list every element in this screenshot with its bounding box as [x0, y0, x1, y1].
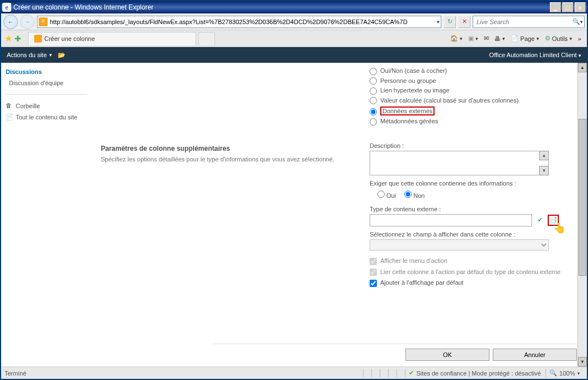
- nav-corbeille-label: Corbeille: [16, 103, 40, 109]
- home-button[interactable]: 🏠▾: [448, 34, 465, 43]
- status-bar: Terminé ✔ Sites de confiance | Mode prot…: [1, 367, 587, 379]
- url-input[interactable]: [48, 18, 437, 25]
- page-menu[interactable]: 📄Page▾: [508, 34, 542, 43]
- tools-menu[interactable]: ⚙Outils▾: [543, 34, 575, 43]
- tab-title: Créer une colonne: [44, 35, 95, 42]
- zoom-control[interactable]: 🔍 100% ▾: [545, 369, 584, 378]
- toolbar-overflow-icon[interactable]: »: [576, 35, 584, 42]
- stop-button[interactable]: ✕: [458, 16, 470, 28]
- feeds-button[interactable]: ▣▾: [466, 34, 480, 43]
- back-button[interactable]: ←: [3, 15, 18, 29]
- cancel-button[interactable]: Annuler: [493, 349, 577, 361]
- close-button[interactable]: ✕: [575, 2, 586, 12]
- nav-toolbar: ← → ⠿ ▾ ↻ ✕ 🔍 ▾: [1, 13, 587, 30]
- cursor-pointer-icon: 👆: [553, 222, 566, 234]
- column-type-radios: Oui/Non (case à cocher) Personne ou grou…: [370, 66, 577, 127]
- main-panel: Paramètres de colonne supplémentaires Sp…: [91, 63, 587, 367]
- type-oui-non[interactable]: Oui/Non (case à cocher): [370, 66, 577, 76]
- type-calculee[interactable]: Valeur calculée (calcul basé sur d'autre…: [370, 96, 577, 106]
- refresh-icon: ↻: [447, 18, 452, 25]
- button-row: OK Annuler: [213, 344, 577, 361]
- nav-discussions[interactable]: Discussions: [6, 68, 86, 75]
- print-button[interactable]: 🖶▾: [492, 34, 507, 43]
- nav-discussion-equipe[interactable]: Discussion d'équipe: [6, 77, 86, 89]
- search-icon[interactable]: 🔍: [572, 18, 580, 25]
- site-actions-label: Actions du site: [7, 52, 47, 58]
- new-tab-button[interactable]: [198, 32, 215, 45]
- vertical-scrollbar[interactable]: ▲ ▼: [577, 63, 587, 367]
- navigate-up-icon[interactable]: 📂: [58, 52, 66, 59]
- mail-icon: ✉: [484, 35, 489, 42]
- rss-icon: ▣: [468, 35, 474, 42]
- type-lien[interactable]: Lien hypertexte ou image: [370, 86, 577, 96]
- search-input[interactable]: [474, 18, 572, 25]
- status-text: Terminé: [4, 370, 26, 377]
- arrow-left-icon: ←: [8, 18, 14, 25]
- chevron-down-icon: ▾: [578, 53, 581, 58]
- chk-lier-action[interactable]: Lier cette colonne à l'action par défaut…: [370, 266, 577, 277]
- tools-label: Outils: [552, 35, 568, 42]
- page-icon: 📄: [511, 35, 519, 42]
- check-icon: ✔: [538, 216, 543, 224]
- address-bar[interactable]: ⠿ ▾: [37, 16, 441, 28]
- client-label: Office Automation Limited Client: [489, 52, 577, 58]
- browser-tab[interactable]: Créer une colonne: [28, 32, 196, 45]
- security-check-icon: ✔: [409, 369, 414, 377]
- require-oui[interactable]: Oui: [377, 192, 396, 199]
- titlebar: e Créer une colonne - Windows Internet E…: [1, 1, 587, 13]
- nav-corbeille[interactable]: 🗑 Corbeille: [6, 100, 86, 112]
- extra-settings-header: Paramètres de colonne supplémentaires: [101, 145, 358, 152]
- nav-all-content-label: Tout le contenu du site: [16, 114, 77, 121]
- scroll-up-icon[interactable]: ▲: [539, 151, 549, 160]
- type-personne[interactable]: Personne ou groupe: [370, 76, 577, 86]
- window-title: Créer une colonne - Windows Internet Exp…: [13, 3, 549, 11]
- ok-button[interactable]: OK: [405, 349, 489, 361]
- url-dropdown-icon[interactable]: ▾: [437, 19, 440, 25]
- page-content: Discussions Discussion d'équipe 🗑 Corbei…: [1, 63, 587, 367]
- check-ect-button[interactable]: ✔: [534, 215, 545, 226]
- ect-input[interactable]: [370, 214, 532, 226]
- chk-menu-action[interactable]: Afficher le menu d'action: [370, 255, 577, 266]
- forward-button[interactable]: →: [20, 15, 35, 29]
- favorites-star-icon[interactable]: ★: [4, 33, 12, 44]
- url-favicon-icon: ⠿: [39, 17, 48, 26]
- stop-icon: ✕: [462, 18, 467, 25]
- type-donnees-externes[interactable]: Données externes: [370, 105, 577, 117]
- chk-ajouter-affichage[interactable]: Ajouter à l'affichage par défaut: [370, 277, 577, 288]
- sharepoint-ribbon: Actions du site ▾ 📂 Office Automation Li…: [1, 47, 587, 63]
- tab-bar: ★ ✚ Créer une colonne 🏠▾ ▣▾ ✉ 🖶▾ 📄Page▾ …: [1, 30, 587, 47]
- scroll-down-icon[interactable]: ▼: [539, 166, 549, 175]
- maximize-button[interactable]: □: [562, 2, 573, 12]
- extra-settings-desc: Spécifiez les options détaillées pour le…: [101, 156, 358, 163]
- scrollbar-thumb[interactable]: [578, 119, 586, 276]
- tab-favicon-icon: [34, 35, 42, 43]
- security-zone-label: Sites de confiance | Mode protégé : désa…: [416, 370, 540, 377]
- left-nav: Discussions Discussion d'équipe 🗑 Corbei…: [1, 63, 91, 367]
- security-zone[interactable]: ✔ Sites de confiance | Mode protégé : dé…: [405, 369, 544, 378]
- add-favorites-icon[interactable]: ✚: [15, 34, 21, 43]
- minimize-button[interactable]: ▁: [550, 2, 561, 12]
- site-actions-menu[interactable]: Actions du site ▾ 📂: [7, 52, 66, 59]
- nav-all-content[interactable]: 📄 Tout le contenu du site: [6, 112, 86, 123]
- description-label: Description :: [370, 142, 577, 149]
- mail-button[interactable]: ✉: [482, 34, 491, 43]
- zoom-icon: 🔍: [549, 369, 557, 377]
- page-icon: 📄: [6, 113, 13, 121]
- zoom-value: 100%: [559, 370, 575, 377]
- chevron-down-icon: ▾: [577, 370, 580, 376]
- chevron-down-icon: ▾: [49, 52, 52, 58]
- scroll-up-arrow[interactable]: ▲: [578, 63, 587, 72]
- type-metadonnees[interactable]: Métadonnées gérées: [370, 117, 577, 127]
- recycle-bin-icon: 🗑: [6, 102, 13, 110]
- page-label: Page: [520, 35, 535, 42]
- require-label: Exiger que cette colonne contienne des i…: [370, 180, 577, 187]
- description-input[interactable]: [370, 151, 549, 175]
- refresh-button[interactable]: ↻: [444, 16, 456, 28]
- arrow-right-icon: →: [25, 18, 31, 25]
- scroll-down-arrow[interactable]: ▼: [578, 357, 587, 367]
- search-dropdown-icon[interactable]: ▾: [580, 19, 583, 25]
- client-menu[interactable]: Office Automation Limited Client ▾: [489, 52, 581, 58]
- require-non[interactable]: Non: [404, 192, 424, 199]
- search-box[interactable]: 🔍 ▾: [473, 16, 585, 28]
- field-select[interactable]: [370, 239, 549, 251]
